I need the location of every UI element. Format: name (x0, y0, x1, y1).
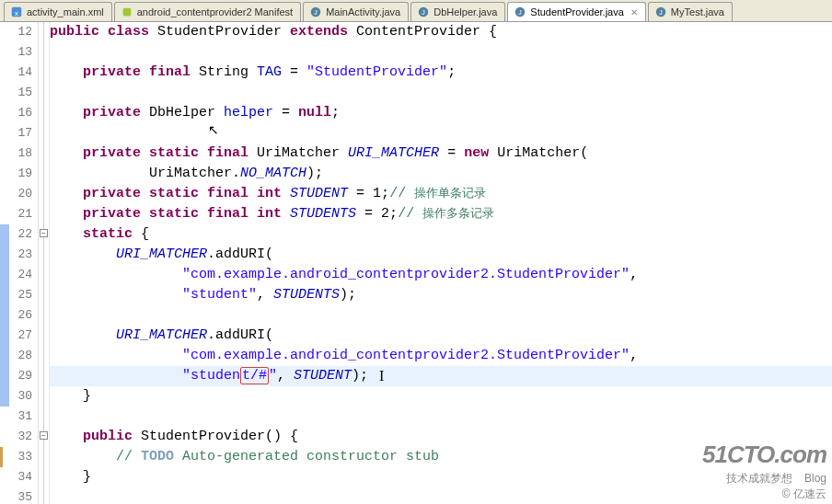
svg-text:J: J (519, 9, 523, 16)
java-icon: J (654, 6, 667, 18)
code-line: private DbHelper helper = null;↖ (50, 103, 832, 123)
svg-rect-2 (122, 8, 131, 17)
code-line: // TODO Auto-generated constructor stub (50, 447, 832, 467)
code-line: private static final UriMatcher URI_MATC… (50, 143, 832, 164)
code-line: "student/#", STUDENT);I (50, 366, 832, 386)
code-line (50, 123, 832, 143)
code-line (50, 487, 832, 504)
code-line: UriMatcher.NO_MATCH); (50, 164, 832, 184)
code-line: URI_MATCHER.addURI( (50, 326, 832, 346)
code-area[interactable]: public class StudentProvider extends Con… (50, 22, 832, 504)
code-line: URI_MATCHER.addURI( (50, 245, 832, 265)
code-line (50, 83, 832, 103)
code-line: private final String TAG = "StudentProvi… (50, 63, 832, 83)
fold-strip: − − (39, 22, 50, 504)
xml-icon: x (10, 6, 23, 18)
code-line: } (50, 386, 832, 407)
tab-label: android_contentprovider2 Manifest (137, 6, 293, 17)
code-line: static { (50, 224, 832, 245)
tab-main-activity[interactable]: J MainActivity.java (303, 2, 409, 21)
tab-label: MainActivity.java (326, 6, 400, 17)
tab-mytest[interactable]: J MyTest.java (648, 2, 733, 21)
code-line: } (50, 467, 832, 487)
code-editor[interactable]: 12 13 14 15 16 17 18 19 20 21 22 23 24 2… (0, 22, 832, 504)
tab-student-provider[interactable]: J StudentProvider.java ✕ (507, 2, 646, 21)
code-line: "com.example.android_contentprovider2.St… (50, 346, 832, 366)
svg-text:J: J (314, 9, 318, 16)
code-line: private static final int STUDENTS = 2;//… (50, 204, 832, 224)
tab-dbhelper[interactable]: J DbHelper.java (410, 2, 505, 21)
code-line: "com.example.android_contentprovider2.St… (50, 265, 832, 285)
svg-text:J: J (422, 9, 426, 16)
code-line (50, 407, 832, 427)
tab-label: DbHelper.java (433, 6, 497, 17)
tab-activity-main[interactable]: x activity_main.xml (4, 2, 112, 21)
code-line: "student", STUDENTS); (50, 285, 832, 305)
code-line: public class StudentProvider extends Con… (50, 22, 832, 42)
editor-tabs: x activity_main.xml android_contentprovi… (0, 0, 832, 22)
tab-label: MyTest.java (671, 6, 724, 17)
code-line (50, 305, 832, 326)
tab-label: StudentProvider.java (530, 6, 624, 17)
fold-marker[interactable]: − (40, 431, 48, 440)
svg-text:J: J (659, 9, 663, 16)
code-line: private static final int STUDENT = 1;// … (50, 184, 832, 204)
close-icon[interactable]: ✕ (630, 7, 638, 17)
text-cursor-icon: I (379, 366, 384, 386)
tab-manifest[interactable]: android_contentprovider2 Manifest (114, 2, 301, 21)
java-icon: J (514, 6, 526, 18)
java-icon: J (417, 6, 430, 18)
java-icon: J (309, 6, 322, 18)
android-icon (121, 6, 133, 18)
tab-label: activity_main.xml (27, 6, 104, 17)
fold-marker[interactable]: − (40, 229, 48, 237)
code-line (50, 42, 832, 63)
svg-text:x: x (15, 9, 18, 17)
code-line: public StudentProvider() { (50, 427, 832, 447)
